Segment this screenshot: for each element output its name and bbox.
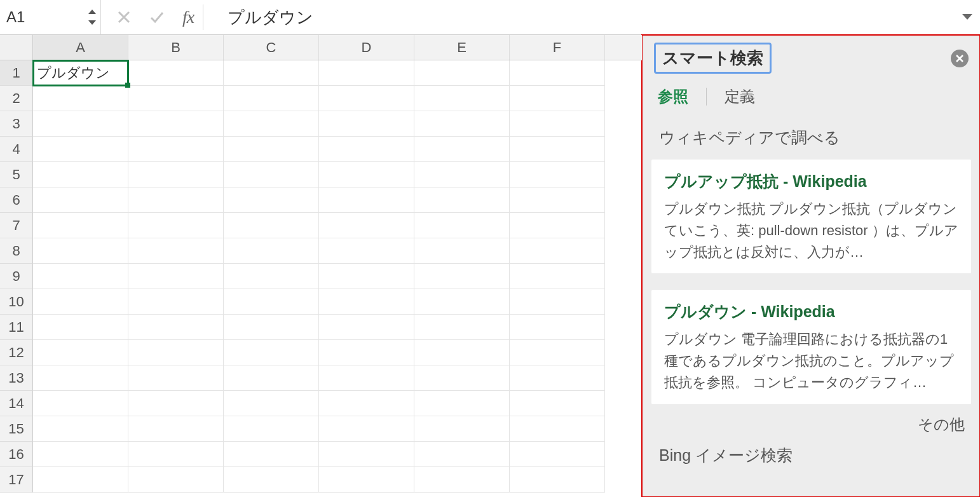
cell[interactable] <box>33 111 128 137</box>
cell[interactable] <box>128 238 224 264</box>
cell[interactable] <box>319 213 414 238</box>
cell[interactable] <box>414 264 510 289</box>
cell[interactable] <box>224 467 319 493</box>
column-header[interactable]: C <box>224 35 319 60</box>
cell[interactable] <box>319 315 414 340</box>
column-header[interactable]: D <box>319 35 414 60</box>
cell[interactable]: プルダウン <box>33 60 128 86</box>
cell[interactable] <box>319 365 414 391</box>
cell[interactable] <box>224 416 319 442</box>
cell[interactable] <box>33 442 128 467</box>
cell[interactable] <box>128 60 224 86</box>
cell[interactable] <box>33 86 128 111</box>
column-header[interactable]: E <box>414 35 510 60</box>
row-header[interactable]: 1 <box>0 60 33 86</box>
cell[interactable] <box>224 315 319 340</box>
cell[interactable] <box>33 238 128 264</box>
row-header[interactable]: 13 <box>0 365 33 391</box>
fill-handle[interactable] <box>125 83 130 88</box>
cell[interactable] <box>414 365 510 391</box>
cell[interactable] <box>224 264 319 289</box>
row-header[interactable]: 10 <box>0 289 33 315</box>
cell[interactable] <box>319 111 414 137</box>
cell[interactable] <box>128 416 224 442</box>
cell[interactable] <box>33 467 128 493</box>
cell[interactable] <box>510 137 605 162</box>
cell[interactable] <box>510 289 605 315</box>
result-card[interactable]: プルダウン - Wikipediaプルダウン 電子論理回路における抵抗器の1種で… <box>651 290 971 404</box>
cell[interactable] <box>510 86 605 111</box>
cell[interactable] <box>128 467 224 493</box>
cell[interactable] <box>33 137 128 162</box>
cell[interactable] <box>510 365 605 391</box>
cell[interactable] <box>510 340 605 365</box>
row-header[interactable]: 14 <box>0 391 33 416</box>
cell[interactable] <box>33 365 128 391</box>
cell[interactable] <box>319 137 414 162</box>
cell[interactable] <box>128 111 224 137</box>
cell[interactable] <box>510 467 605 493</box>
cell[interactable] <box>128 187 224 213</box>
cell[interactable] <box>33 340 128 365</box>
cell[interactable] <box>224 340 319 365</box>
cell[interactable] <box>33 416 128 442</box>
name-box[interactable] <box>6 4 83 30</box>
cell[interactable] <box>510 187 605 213</box>
column-header[interactable]: B <box>128 35 224 60</box>
cell[interactable] <box>128 162 224 187</box>
cell[interactable] <box>33 391 128 416</box>
row-header[interactable]: 7 <box>0 213 33 238</box>
row-header[interactable]: 15 <box>0 416 33 442</box>
tab-explore[interactable]: 参照 <box>658 86 688 107</box>
cell[interactable] <box>414 60 510 86</box>
more-link[interactable]: その他 <box>643 404 980 440</box>
cell[interactable] <box>128 137 224 162</box>
cell[interactable] <box>319 86 414 111</box>
cell[interactable] <box>414 416 510 442</box>
cell[interactable] <box>510 442 605 467</box>
cell[interactable] <box>414 391 510 416</box>
row-header[interactable]: 8 <box>0 238 33 264</box>
cell[interactable] <box>510 60 605 86</box>
cell[interactable] <box>224 86 319 111</box>
cell[interactable] <box>319 289 414 315</box>
cell[interactable] <box>224 365 319 391</box>
cell[interactable] <box>224 289 319 315</box>
formula-expand-button[interactable] <box>955 13 980 21</box>
cell[interactable] <box>224 111 319 137</box>
cancel-button[interactable] <box>116 10 132 25</box>
cell[interactable] <box>128 264 224 289</box>
row-header[interactable]: 11 <box>0 315 33 340</box>
cell[interactable] <box>224 391 319 416</box>
cell[interactable] <box>414 442 510 467</box>
cell[interactable] <box>224 187 319 213</box>
cell[interactable] <box>319 60 414 86</box>
cell[interactable] <box>510 391 605 416</box>
cell[interactable] <box>128 315 224 340</box>
column-header[interactable]: F <box>510 35 605 60</box>
cell[interactable] <box>319 467 414 493</box>
cell[interactable] <box>128 365 224 391</box>
cell[interactable] <box>414 137 510 162</box>
select-all-corner[interactable] <box>0 35 33 60</box>
cell[interactable] <box>414 315 510 340</box>
cell[interactable] <box>414 213 510 238</box>
result-card[interactable]: プルアップ抵抗 - Wikipediaプルダウン抵抗 プルダウン抵抗（プルダウン… <box>651 160 971 273</box>
cell[interactable] <box>33 315 128 340</box>
cell[interactable] <box>319 264 414 289</box>
cell[interactable] <box>414 289 510 315</box>
confirm-button[interactable] <box>149 10 165 25</box>
cell[interactable] <box>128 289 224 315</box>
row-header[interactable]: 9 <box>0 264 33 289</box>
cell[interactable] <box>510 162 605 187</box>
cell[interactable] <box>33 213 128 238</box>
cell[interactable] <box>414 187 510 213</box>
cell[interactable] <box>414 467 510 493</box>
cell[interactable] <box>414 162 510 187</box>
cell[interactable] <box>414 111 510 137</box>
cell[interactable] <box>33 289 128 315</box>
cell[interactable] <box>319 442 414 467</box>
cell[interactable] <box>414 238 510 264</box>
cell[interactable] <box>510 416 605 442</box>
cell[interactable] <box>128 213 224 238</box>
